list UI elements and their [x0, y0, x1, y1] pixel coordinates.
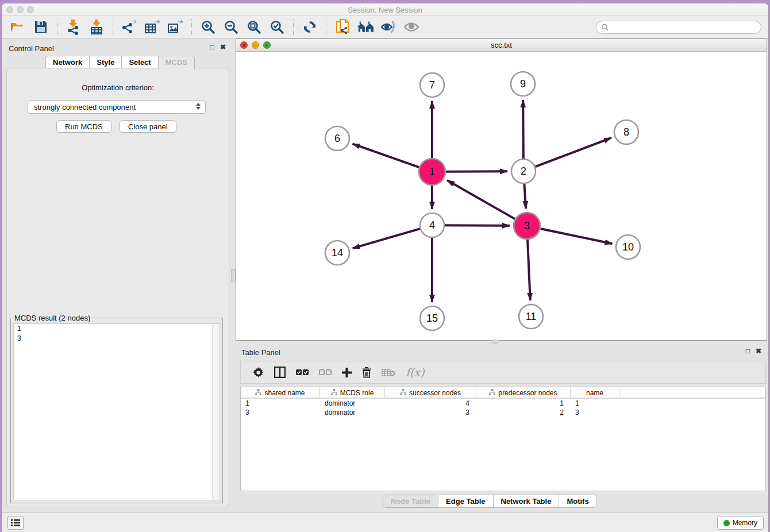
column-header-name[interactable]: name [571, 387, 619, 399]
control-panel-title: Control Panel [9, 44, 54, 53]
vertical-splitter-handle[interactable] [231, 269, 236, 282]
run-mcds-button[interactable]: Run MCDS [56, 120, 111, 133]
tab-mcds[interactable]: MCDS [158, 56, 195, 70]
add-column-icon[interactable] [342, 368, 352, 377]
delete-table-icon[interactable] [382, 368, 395, 377]
graph-node-14[interactable]: 14 [325, 241, 349, 265]
zoom-fit-icon[interactable] [245, 18, 263, 36]
show-graphics-details-icon[interactable] [403, 18, 420, 36]
column-header-predecessor-nodes[interactable]: predecessor nodes [476, 387, 571, 399]
table-panel-close-icon[interactable]: ✖ [756, 347, 761, 355]
delete-column-icon[interactable] [362, 367, 371, 378]
edge-2-9[interactable] [523, 100, 523, 159]
graph-node-2[interactable]: 2 [511, 159, 536, 183]
tab-motifs[interactable]: Motifs [559, 495, 596, 507]
tab-select[interactable]: Select [121, 56, 157, 68]
graph-node-9[interactable]: 9 [511, 72, 535, 96]
network-view-window: x – + scc.txt 7968124314101511 [236, 38, 767, 341]
graph-node-7[interactable]: 7 [420, 73, 444, 97]
edge-2-8[interactable] [536, 138, 611, 167]
graph-node-1[interactable]: 1 [419, 159, 445, 185]
table-row[interactable]: 3dominator323 [241, 408, 765, 417]
main-toolbar [2, 16, 768, 38]
duplicate-network-icon[interactable] [334, 18, 351, 36]
node-table[interactable]: shared nameMCDS rolesuccessor nodesprede… [240, 387, 766, 491]
mcds-result-list[interactable]: 13 [13, 323, 220, 500]
tab-edge-table[interactable]: Edge Table [438, 495, 493, 507]
horizontal-splitter-handle[interactable] [492, 340, 498, 344]
import-table-icon[interactable] [88, 18, 105, 36]
network-window-titlebar: x – + scc.txt [236, 39, 767, 52]
mcds-result-title: MCDS result (2 nodes) [13, 314, 93, 322]
save-session-icon[interactable] [32, 18, 49, 36]
column-header-shared-name[interactable]: shared name [241, 387, 320, 399]
export-image-icon[interactable] [167, 18, 184, 36]
zoom-selected-icon[interactable] [268, 18, 286, 36]
edge-1-6[interactable] [352, 144, 419, 167]
graph-node-15[interactable]: 15 [420, 306, 444, 330]
zoom-out-icon[interactable] [222, 18, 240, 36]
table-panel-float-icon[interactable]: □ [746, 347, 750, 355]
hierarchy-icon [489, 389, 495, 397]
result-list-scrollbar[interactable] [212, 324, 220, 500]
control-panel-close-icon[interactable]: ✖ [220, 43, 226, 51]
edge-3-1[interactable] [447, 180, 515, 219]
graph-node-11[interactable]: 11 [519, 304, 543, 329]
toolbar-separator [293, 19, 294, 35]
table-cell: dominator [320, 399, 385, 408]
column-header-successor-nodes[interactable]: successor nodes [385, 387, 476, 399]
mcds-result-item[interactable]: 1 [14, 324, 220, 334]
graph-node-3[interactable]: 3 [514, 213, 540, 239]
zoom-in-icon[interactable] [199, 18, 217, 36]
toolbar-separator [57, 19, 57, 35]
function-fx-icon[interactable]: f(x) [406, 366, 425, 379]
search-box[interactable] [596, 21, 761, 34]
show-all-networks-icon[interactable] [357, 18, 374, 36]
control-panel-float-icon[interactable]: □ [210, 43, 214, 51]
tab-style[interactable]: Style [89, 56, 121, 68]
edge-3-11[interactable] [528, 240, 530, 300]
svg-text:14: 14 [332, 247, 343, 259]
graph-node-6[interactable]: 6 [325, 126, 349, 151]
column-layout-icon[interactable] [274, 367, 286, 378]
edge-4-14[interactable] [353, 229, 420, 248]
tab-network[interactable]: Network [45, 56, 89, 68]
edge-3-10[interactable] [540, 229, 612, 244]
svg-text:15: 15 [426, 313, 438, 324]
export-network-icon[interactable] [121, 18, 138, 36]
graph-node-10[interactable]: 10 [616, 235, 640, 259]
edge-2-3[interactable] [524, 184, 526, 209]
deselect-all-checkboxes-icon[interactable] [319, 369, 332, 376]
table-cell: 1 [571, 399, 619, 408]
table-cell: 1 [241, 399, 320, 408]
table-row[interactable]: 1dominator411 [241, 399, 765, 408]
graph-node-8[interactable]: 8 [614, 120, 638, 144]
column-label: shared name [264, 389, 305, 397]
edge-1-2[interactable] [446, 171, 507, 172]
column-header-MCDS-role[interactable]: MCDS role [320, 387, 385, 399]
graph-node-4[interactable]: 4 [420, 213, 444, 237]
optimization-criterion-select[interactable]: strongly connected component [28, 101, 206, 114]
mcds-result-item[interactable]: 3 [14, 334, 220, 344]
search-input[interactable] [611, 24, 749, 32]
hierarchy-icon [331, 389, 337, 397]
svg-text:11: 11 [526, 311, 537, 322]
memory-button[interactable]: Memory [717, 516, 764, 530]
task-history-button[interactable] [7, 516, 24, 530]
open-session-icon[interactable] [9, 18, 26, 36]
network-graph-canvas[interactable]: 7968124314101511 [236, 52, 767, 340]
table-cell: dominator [320, 408, 385, 417]
edge-4-3[interactable] [445, 225, 510, 226]
table-panel: Table Panel □ ✖ f(x) shared nameMCDS rol… [236, 344, 767, 511]
status-bar: Memory [2, 512, 768, 532]
hide-graphics-details-icon[interactable] [380, 18, 397, 36]
import-network-icon[interactable] [65, 18, 82, 36]
tab-network-table[interactable]: Network Table [494, 495, 560, 507]
export-table-icon[interactable] [144, 18, 161, 36]
refresh-icon[interactable] [301, 18, 318, 36]
select-all-checkboxes-icon[interactable] [296, 369, 309, 376]
close-panel-button[interactable]: Close panel [120, 120, 176, 133]
tab-node-table[interactable]: Node Table [383, 495, 438, 507]
gear-icon[interactable] [253, 367, 264, 378]
table-header-row: shared nameMCDS rolesuccessor nodesprede… [241, 387, 765, 399]
